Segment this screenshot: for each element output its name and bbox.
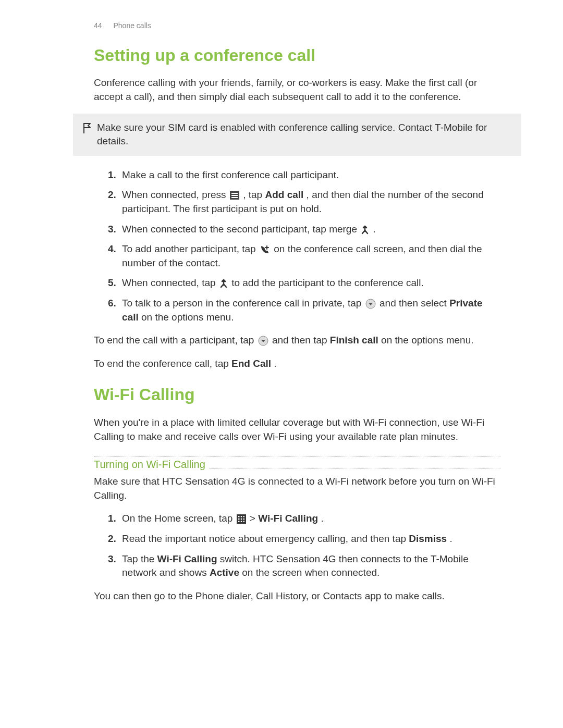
svg-rect-11: [240, 519, 242, 520]
note-box: Make sure your SIM card is enabled with …: [73, 114, 521, 156]
svg-rect-13: [238, 521, 240, 523]
steps-list-a: Make a call to the first conference call…: [94, 168, 500, 324]
step-b1: On the Home screen, tap > Wi-Fi Calling …: [119, 512, 500, 526]
menu-icon: [230, 191, 239, 200]
svg-rect-3: [231, 197, 238, 198]
apps-grid-icon: [237, 514, 246, 524]
note-text: Make sure your SIM card is enabled with …: [97, 121, 513, 149]
page-header: 44 Phone calls: [94, 21, 500, 31]
svg-rect-8: [240, 516, 242, 517]
step-b2: Read the important notice about emergenc…: [119, 532, 500, 546]
svg-rect-9: [243, 516, 244, 517]
svg-rect-12: [243, 519, 244, 520]
section-name: Phone calls: [113, 21, 151, 30]
svg-rect-7: [238, 516, 240, 517]
svg-rect-10: [238, 519, 240, 520]
step-4: To add another participant, tap on the c…: [119, 242, 500, 270]
paragraph-b: Make sure that HTC Sensation 4G is conne…: [94, 475, 500, 502]
heading-wifi-calling: Wi-Fi Calling: [94, 383, 500, 406]
dropdown-circle-icon: [365, 299, 376, 309]
step-2: When connected, press , tap Add call , a…: [119, 188, 500, 216]
end-participant-para: To end the call with a participant, tap …: [94, 334, 500, 348]
document-page: 44 Phone calls Setting up a conference c…: [0, 0, 563, 728]
svg-rect-15: [243, 521, 244, 523]
merge-icon: [219, 279, 228, 288]
step-1: Make a call to the first conference call…: [119, 168, 500, 182]
dropdown-circle-icon: [258, 336, 268, 346]
subheading-turning-on: Turning on Wi-Fi Calling: [94, 456, 500, 468]
merge-icon: [361, 225, 369, 235]
svg-rect-2: [231, 195, 238, 196]
svg-rect-1: [231, 193, 238, 194]
flag-icon: [82, 121, 97, 134]
step-b3: Tap the Wi-Fi Calling switch. HTC Sensat…: [119, 552, 500, 580]
svg-rect-14: [240, 521, 242, 523]
step-5: When connected, tap to add the participa…: [119, 276, 500, 290]
step-6: To talk to a person in the conference ca…: [119, 297, 500, 324]
intro-paragraph-b: When you're in a place with limited cell…: [94, 416, 500, 443]
end-conference-para: To end the conference call, tap End Call…: [94, 357, 500, 371]
steps-list-b: On the Home screen, tap > Wi-Fi Calling …: [94, 512, 500, 579]
after-paragraph-b: You can then go to the Phone dialer, Cal…: [94, 589, 500, 603]
add-call-icon: [260, 244, 270, 255]
step-3: When connected to the second participant…: [119, 223, 500, 237]
page-number: 44: [94, 21, 102, 30]
heading-conference-call: Setting up a conference call: [94, 44, 500, 67]
intro-paragraph-a: Conference calling with your friends, fa…: [94, 76, 500, 104]
